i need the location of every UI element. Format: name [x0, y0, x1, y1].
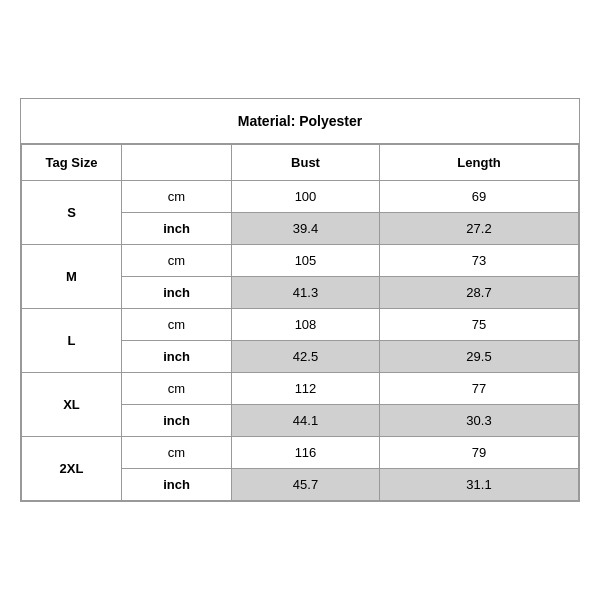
tag-size-cell: M	[22, 245, 122, 309]
table-row: Lcm10875	[22, 309, 579, 341]
unit-inch-cell: inch	[122, 341, 232, 373]
bust-inch-value: 44.1	[232, 405, 380, 437]
length-cm-value: 73	[379, 245, 578, 277]
table-row: Mcm10573	[22, 245, 579, 277]
length-inch-value: 31.1	[379, 469, 578, 501]
bust-inch-value: 41.3	[232, 277, 380, 309]
table-row: XLcm11277	[22, 373, 579, 405]
header-length: Length	[379, 145, 578, 181]
bust-cm-value: 108	[232, 309, 380, 341]
bust-cm-value: 116	[232, 437, 380, 469]
unit-inch-cell: inch	[122, 213, 232, 245]
bust-inch-value: 39.4	[232, 213, 380, 245]
unit-inch-cell: inch	[122, 469, 232, 501]
tag-size-cell: L	[22, 309, 122, 373]
tag-size-cell: 2XL	[22, 437, 122, 501]
bust-inch-value: 42.5	[232, 341, 380, 373]
table-row: Scm10069	[22, 181, 579, 213]
unit-cm-cell: cm	[122, 309, 232, 341]
size-table: Tag Size Bust Length Scm10069inch39.427.…	[21, 144, 579, 501]
unit-cm-cell: cm	[122, 181, 232, 213]
unit-cm-cell: cm	[122, 245, 232, 277]
length-cm-value: 69	[379, 181, 578, 213]
bust-cm-value: 105	[232, 245, 380, 277]
bust-inch-value: 45.7	[232, 469, 380, 501]
length-cm-value: 75	[379, 309, 578, 341]
length-cm-value: 79	[379, 437, 578, 469]
tag-size-cell: S	[22, 181, 122, 245]
header-bust: Bust	[232, 145, 380, 181]
length-cm-value: 77	[379, 373, 578, 405]
table-row: 2XLcm11679	[22, 437, 579, 469]
table-body: Scm10069inch39.427.2Mcm10573inch41.328.7…	[22, 181, 579, 501]
length-inch-value: 27.2	[379, 213, 578, 245]
length-inch-value: 30.3	[379, 405, 578, 437]
header-unit-spacer	[122, 145, 232, 181]
length-inch-value: 28.7	[379, 277, 578, 309]
bust-cm-value: 100	[232, 181, 380, 213]
size-chart: Material: Polyester Tag Size Bust Length…	[20, 98, 580, 502]
length-inch-value: 29.5	[379, 341, 578, 373]
unit-inch-cell: inch	[122, 277, 232, 309]
table-header-row: Tag Size Bust Length	[22, 145, 579, 181]
chart-title: Material: Polyester	[21, 99, 579, 144]
header-tag-size: Tag Size	[22, 145, 122, 181]
unit-inch-cell: inch	[122, 405, 232, 437]
unit-cm-cell: cm	[122, 373, 232, 405]
bust-cm-value: 112	[232, 373, 380, 405]
unit-cm-cell: cm	[122, 437, 232, 469]
tag-size-cell: XL	[22, 373, 122, 437]
